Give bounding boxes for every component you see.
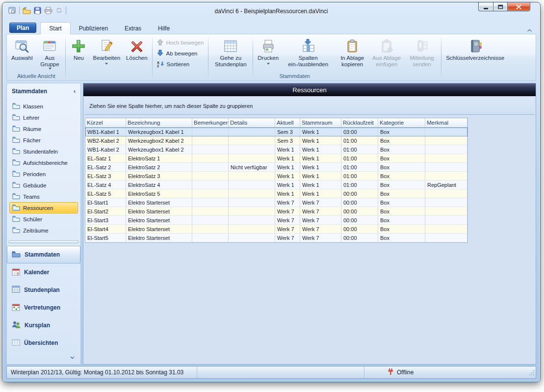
table-cell[interactable]: WB1-Kabel 1 [85,128,126,136]
sidebar-item-perioden[interactable]: Perioden [9,168,78,180]
table-cell[interactable] [425,163,467,172]
module-uebersichten[interactable]: Übersichten [7,334,80,352]
table-row[interactable]: El-Start2Elektro StartersetWerk 7Werk 70… [85,207,467,216]
table-cell[interactable]: Werk 7 [275,207,300,216]
sidebar-item-lehrer[interactable]: Lehrer [9,112,78,123]
table-cell[interactable] [425,145,467,154]
table-row[interactable]: WB1-Kabel 1Werkzeugbox1 Kabel 1Sem 3Werk… [85,128,467,136]
column-header-kürzel[interactable]: Kürzel [85,118,126,128]
table-cell[interactable]: Werk 1 [300,136,341,145]
table-cell[interactable]: WB1-Kabel 2 [85,145,126,154]
column-header-rücklaufzeit[interactable]: Rücklaufzeit [341,118,378,128]
table-cell[interactable]: Werk 1 [275,181,300,189]
table-cell[interactable]: Werk 7 [300,225,341,234]
table-cell[interactable] [192,163,229,172]
table-row[interactable]: El-Start5Elektro StartersetWerk 7Werk 70… [85,234,467,242]
table-cell[interactable]: Werkzeugbox1 Kabel 2 [126,145,192,154]
table-cell[interactable] [192,198,229,207]
table-cell[interactable] [425,189,467,198]
table-cell[interactable] [425,154,467,163]
sortieren-button[interactable]: AZ Sortieren [157,60,204,69]
table-cell[interactable]: ElektroSatz 1 [126,154,192,163]
column-header-bemerkungen[interactable]: Bemerkungen [192,118,229,128]
table-cell[interactable] [229,172,275,181]
tab-start[interactable]: Start [40,22,70,34]
column-header-stammraum[interactable]: Stammraum [300,118,341,128]
loeschen-button[interactable]: Löschen [123,36,150,62]
table-cell[interactable]: Werk 1 [300,145,341,154]
table-cell[interactable]: Elektro Starterset [126,234,192,242]
table-cell[interactable]: Werk 7 [275,225,300,234]
table-cell[interactable]: Werk 1 [300,128,341,136]
table-row[interactable]: EL-Satz 3ElektroSatz 3Werk 1Werk 101:00B… [85,172,467,181]
table-cell[interactable]: El-Start3 [85,216,126,225]
neu-button[interactable]: Neu [67,36,90,62]
table-cell[interactable]: Elektro Starterset [126,216,192,225]
table-cell[interactable]: Box [378,207,425,216]
collapse-ribbon-icon[interactable] [527,26,532,34]
table-cell[interactable]: El-Start4 [85,225,126,234]
table-cell[interactable] [229,145,275,154]
table-cell[interactable]: Werkzeugbox2 Kabel 2 [126,136,192,145]
table-row[interactable]: EL-Satz 2ElektroSatz 2Nicht verfügbarWer… [85,163,467,172]
table-cell[interactable]: ElektroSatz 3 [126,172,192,181]
table-cell[interactable]: Elektro Starterset [126,198,192,207]
table-cell[interactable] [229,225,275,234]
table-cell[interactable] [192,225,229,234]
table-cell[interactable]: Werk 1 [275,154,300,163]
table-cell[interactable] [425,128,467,136]
table-cell[interactable]: Werk 7 [300,216,341,225]
table-cell[interactable]: Box [378,234,425,242]
table-cell[interactable] [229,216,275,225]
table-cell[interactable]: Werk 7 [300,234,341,242]
table-cell[interactable]: ElektroSatz 4 [126,181,192,189]
module-kursplan[interactable]: Kursplan [7,316,80,334]
table-cell[interactable] [425,225,467,234]
table-cell[interactable]: EL-Satz 3 [85,172,126,181]
sidebar-item-zeiträume[interactable]: Zeiträume [9,225,78,236]
table-cell[interactable]: Werk 7 [275,198,300,207]
module-vertretungen[interactable]: Vertretungen [7,299,80,316]
table-row[interactable]: EL-Satz 4ElektroSatz 4Werk 1Werk 101:00B… [85,181,467,189]
table-cell[interactable]: Werk 1 [275,163,300,172]
table-cell[interactable] [192,189,229,198]
ab-bewegen-button[interactable]: Ab bewegen [157,49,204,58]
sidebar-item-teams[interactable]: Teams [9,191,78,202]
gehe-zu-stundenplan-button[interactable]: Gehe zu Stundenplan [210,36,251,69]
table-cell[interactable]: Werk 1 [300,154,341,163]
table-cell[interactable]: EL-Satz 5 [85,189,126,198]
table-cell[interactable]: Box [378,136,425,145]
table-cell[interactable] [192,207,229,216]
table-cell[interactable] [192,216,229,225]
table-cell[interactable]: Box [378,145,425,154]
table-cell[interactable]: 01:00 [341,172,378,181]
sidebar-item-aufsichtsbereiche[interactable]: Aufsichtsbereiche [9,157,78,168]
table-cell[interactable] [229,189,275,198]
table-cell[interactable]: ElektroSatz 5 [126,189,192,198]
table-cell[interactable]: 00:00 [341,198,378,207]
table-cell[interactable] [425,234,467,242]
table-row[interactable]: El-Start1Elektro StartersetWerk 7Werk 70… [85,198,467,207]
table-cell[interactable]: Box [378,216,425,225]
maximize-button[interactable] [493,2,507,11]
sidebar-splitter[interactable] [8,240,79,243]
table-cell[interactable]: Werkzeugbox1 Kabel 1 [126,128,192,136]
table-cell[interactable]: Box [378,163,425,172]
table-row[interactable]: WB2-Kabel 2Werkzeugbox2 Kabel 2Sem 3Werk… [85,136,467,145]
group-by-drop-zone[interactable]: Ziehen Sie eine Spalte hierher, um nach … [84,97,535,115]
module-stundenplan[interactable]: Stundenplan [7,281,80,299]
table-cell[interactable]: Werk 7 [275,234,300,242]
spalten-button[interactable]: Spalten ein-/ausblenden [282,36,335,69]
sidebar-item-gebäude[interactable]: Gebäude [9,180,78,191]
table-cell[interactable]: Werk 1 [275,189,300,198]
bearbeiten-button[interactable]: Bearbeiten [90,36,123,67]
minimize-button[interactable] [478,2,493,11]
close-button[interactable] [507,2,530,11]
table-cell[interactable]: Werk 1 [275,172,300,181]
table-cell[interactable]: Werk 1 [300,172,341,181]
table-row[interactable]: El-Start3Elektro StartersetWerk 7Werk 70… [85,216,467,225]
table-cell[interactable]: EL-Satz 2 [85,163,126,172]
table-cell[interactable]: Werk 1 [300,181,341,189]
table-cell[interactable]: 00:00 [341,189,378,198]
column-header-details[interactable]: Details [229,118,275,128]
